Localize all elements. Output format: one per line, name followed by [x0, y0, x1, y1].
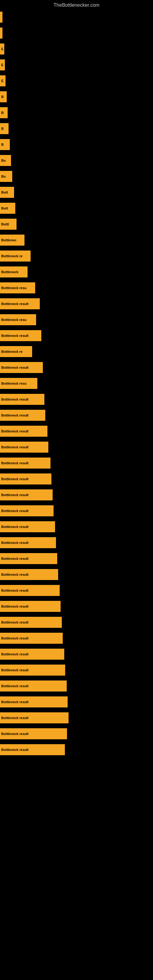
bars-container: EEEBBBBBoBoBottBottBottlBottlenecBottlen… [0, 9, 153, 758]
bar-label: Bottleneck result [1, 477, 29, 481]
bar: Bottleneck result [0, 410, 45, 421]
bar: Bottleneck result [0, 394, 45, 405]
bar-label: Bottleneck result [1, 398, 29, 401]
bar: E [0, 75, 5, 86]
bar-label: Bottleneck result [1, 302, 29, 305]
bar-row: Bottleneck result [0, 710, 153, 726]
bar-label: Bottleneck result [1, 716, 29, 720]
bar-row: Bottleneck result [0, 439, 153, 455]
bar-label: Bottleneck result [1, 541, 29, 544]
bar-label: Bottleneck result [1, 605, 29, 608]
bar-row: Bottleneck result [0, 630, 153, 646]
bar-label: Bottl [1, 222, 9, 226]
bar-row: Bottleneck resu [0, 312, 153, 328]
bar-row: E [0, 57, 153, 73]
bar-row: Bottleneck result [0, 471, 153, 487]
bar: Bottleneck result [0, 426, 48, 437]
bar-label: Bottleneck result [1, 668, 29, 672]
bar [0, 12, 2, 23]
bar-label: Bottleneck result [1, 573, 29, 576]
bar: Bottleneck result [0, 298, 40, 309]
bar-row: Bottleneck result [0, 535, 153, 550]
bar-row: Bottleneck resu [0, 280, 153, 296]
bar: Bottleneck resu [0, 314, 36, 325]
bar-row: Bottleneck result [0, 391, 153, 407]
bar-label: Bottleneck result [1, 684, 29, 688]
bar-label: Bottleneck result [1, 430, 29, 433]
bar-label: B [1, 111, 4, 115]
bar-row: B [0, 89, 153, 105]
bar-label: Bottleneck resu [1, 318, 27, 321]
bar-label: Bottleneck [1, 270, 18, 274]
bar-row: Bottleneck result [0, 455, 153, 471]
bar-label: Bottleneck result [1, 732, 29, 736]
bar-label: Bottleneck result [1, 557, 29, 560]
bar-label: Bottleneck result [1, 700, 29, 704]
bar: B [0, 139, 10, 150]
bar-row: Bottlenec [0, 232, 153, 248]
bar: Bottleneck result [0, 649, 64, 660]
bar: Bottlenec [0, 235, 24, 246]
bar-row: Bottleneck result [0, 614, 153, 630]
bar-row: Bottleneck result [0, 742, 153, 758]
bar-label: Bottleneck result [1, 509, 29, 513]
bar: Bottleneck result [0, 617, 62, 628]
bar-label: Bottleneck result [1, 366, 29, 369]
bar: Bottleneck result [0, 489, 53, 500]
bar: B [0, 91, 7, 102]
bar-label: Bottleneck result [1, 414, 29, 417]
bar-row: Bottleneck result [0, 598, 153, 614]
bar-row: Bottleneck result [0, 646, 153, 662]
bar: Bottl [0, 219, 16, 230]
bar-label: Bottleneck result [1, 493, 29, 497]
bar: Bo [0, 171, 12, 182]
bar-label: Bottleneck result [1, 525, 29, 528]
bar: Bottleneck result [0, 330, 41, 341]
bar: Bott [0, 187, 14, 198]
bar: Bottleneck result [0, 362, 43, 373]
bar [0, 27, 2, 38]
bar-label: Bottleneck result [1, 636, 29, 640]
bar-row [0, 9, 153, 25]
bar-label: Bottleneck result [1, 652, 29, 656]
bar-row: Bottleneck result [0, 582, 153, 598]
bar-label: Bottleneck re [1, 254, 22, 258]
bar-label: Bottleneck result [1, 445, 29, 449]
bar: Bo [0, 155, 11, 166]
bar: Bottleneck result [0, 728, 67, 739]
bar-row: Bott [0, 200, 153, 216]
bar-row: Bottleneck re [0, 344, 153, 360]
bar-label: Bottlenec [1, 238, 16, 242]
bar-label: Bottleneck result [1, 461, 29, 465]
bar: Bottleneck result [0, 553, 57, 564]
bar-label: E [1, 79, 3, 83]
bar: Bottleneck result [0, 712, 69, 723]
bar: Bottleneck result [0, 474, 51, 485]
bar-row: Bottleneck re [0, 248, 153, 264]
bar: Bottleneck result [0, 633, 63, 644]
bar: Bottleneck result [0, 665, 65, 676]
bar-row: Bottleneck result [0, 503, 153, 519]
bar: Bott [0, 203, 15, 214]
bar-label: Bottleneck resu [1, 382, 27, 385]
bar-label: Bottleneck re [1, 350, 22, 353]
bar: Bottleneck result [0, 458, 51, 469]
bar-label: B [1, 127, 4, 130]
bar-row: Bottleneck result [0, 360, 153, 375]
bar: Bottleneck result [0, 569, 58, 580]
bar: Bottleneck result [0, 744, 65, 755]
bar-row: B [0, 121, 153, 137]
bar: Bottleneck result [0, 585, 60, 596]
bar: Bottleneck [0, 266, 27, 277]
bar-row: Bottleneck result [0, 519, 153, 535]
bar-label: Bottleneck result [1, 589, 29, 592]
bar: Bottleneck result [0, 521, 55, 532]
bar-row: E [0, 41, 153, 57]
bar-label: Bottleneck result [1, 620, 29, 624]
bar: Bottleneck result [0, 697, 68, 708]
bar-row: Bottleneck result [0, 296, 153, 312]
bar-label: Bo [1, 175, 6, 178]
bar: B [0, 107, 8, 118]
bar-row: Bottleneck result [0, 694, 153, 710]
bar-label: E [1, 47, 3, 51]
